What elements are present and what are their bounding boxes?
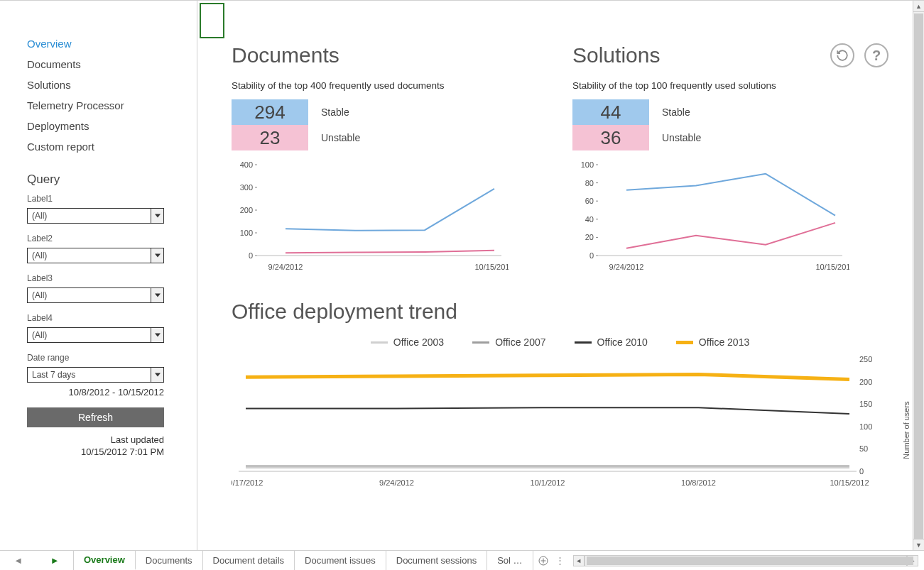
vertical-scrollbar[interactable]: ▲ ▼ <box>913 1 924 550</box>
sheet-nav: ◄ ► <box>0 551 74 570</box>
date-range-value: Last 7 days <box>32 370 75 380</box>
trend-legend: Office 2003 Office 2007 Office 2010 Offi… <box>232 336 888 348</box>
tab-overview[interactable]: Overview <box>74 550 136 570</box>
filter-value-2: (All) <box>32 251 47 261</box>
solutions-panel: Solutions Stability of the top 100 frequ… <box>572 43 878 274</box>
nav-telemetry-processor[interactable]: Telemetry Processor <box>27 95 197 116</box>
solutions-subtitle: Stability of the top 100 frequently used… <box>572 80 878 91</box>
query-title: Query <box>27 172 197 187</box>
chevron-down-icon <box>151 368 163 382</box>
filter-label-4: Label4 <box>27 313 197 323</box>
chevron-down-icon <box>151 288 163 302</box>
chevron-down-icon <box>151 209 163 223</box>
svg-text:0: 0 <box>589 251 594 260</box>
nav-documents[interactable]: Documents <box>27 54 197 75</box>
solutions-title: Solutions <box>572 43 878 67</box>
solutions-unstable-label: Unstable <box>662 132 701 143</box>
trend-panel: Office deployment trend Office 2003 Offi… <box>232 300 888 497</box>
main-area: ? Documents Stability of the top 400 fre… <box>197 1 924 550</box>
svg-marker-0 <box>155 214 161 218</box>
documents-stable-count: 294 <box>232 99 308 125</box>
query-panel: Query Label1 (All) Label2 (All) <box>0 157 197 459</box>
documents-unstable-count: 23 <box>232 125 308 150</box>
add-sheet-icon[interactable] <box>533 551 553 570</box>
svg-text:10/15/2012: 10/15/2012 <box>830 478 869 487</box>
svg-text:9/24/2012: 9/24/2012 <box>609 263 644 271</box>
tab-document-issues[interactable]: Document issues <box>295 551 386 570</box>
svg-text:100: 100 <box>859 422 872 431</box>
solutions-stable-label: Stable <box>662 106 690 118</box>
svg-text:10/15/2012: 10/15/2012 <box>815 263 849 271</box>
documents-stable-label: Stable <box>321 106 349 118</box>
scroll-left-icon[interactable]: ◄ <box>573 555 585 566</box>
scroll-up-icon[interactable]: ▲ <box>913 1 924 12</box>
documents-panel: Documents Stability of the top 400 frequ… <box>232 43 537 274</box>
svg-marker-1 <box>155 254 161 258</box>
filter-select-2[interactable]: (All) <box>27 248 164 263</box>
date-range-label: Date range <box>27 353 197 363</box>
documents-title: Documents <box>232 43 537 67</box>
solutions-stable-count: 44 <box>572 99 649 125</box>
svg-text:9/24/2012: 9/24/2012 <box>268 263 303 271</box>
svg-marker-2 <box>155 294 161 297</box>
tab-sol-more[interactable]: Sol … <box>487 551 533 570</box>
filter-value-3: (All) <box>32 290 47 300</box>
svg-text:0: 0 <box>859 467 864 476</box>
filter-select-1[interactable]: (All) <box>27 208 164 224</box>
svg-text:50: 50 <box>859 444 868 453</box>
legend-office-2007: Office 2007 <box>495 336 545 348</box>
legend-office-2003: Office 2003 <box>393 336 444 348</box>
svg-text:9/24/2012: 9/24/2012 <box>379 478 414 487</box>
svg-marker-4 <box>155 373 161 377</box>
legend-office-2010: Office 2010 <box>597 336 648 348</box>
trend-title: Office deployment trend <box>232 300 888 324</box>
sheet-prev-icon[interactable]: ◄ <box>9 555 27 566</box>
svg-text:100: 100 <box>240 229 253 237</box>
svg-text:400: 400 <box>240 160 253 169</box>
nav-deployments[interactable]: Deployments <box>27 116 197 136</box>
filter-select-4[interactable]: (All) <box>27 327 164 343</box>
last-updated-label: Last updated <box>27 434 164 446</box>
scroll-down-icon[interactable]: ▼ <box>913 539 924 550</box>
solutions-unstable-count: 36 <box>572 125 649 150</box>
svg-text:150: 150 <box>859 400 872 408</box>
svg-text:10/1/2012: 10/1/2012 <box>531 478 565 487</box>
svg-text:20: 20 <box>585 233 594 241</box>
chevron-down-icon <box>151 328 163 342</box>
active-cell[interactable] <box>200 3 224 38</box>
svg-text:80: 80 <box>585 179 594 187</box>
sheet-tab-bar: ◄ ► Overview Documents Document details … <box>0 550 924 570</box>
svg-text:100: 100 <box>581 160 594 169</box>
nav-custom-report[interactable]: Custom report <box>27 136 197 157</box>
sidebar: Overview Documents Solutions Telemetry P… <box>0 1 197 550</box>
tab-document-sessions[interactable]: Document sessions <box>386 551 487 570</box>
filter-select-3[interactable]: (All) <box>27 287 164 303</box>
nav-solutions[interactable]: Solutions <box>27 75 197 95</box>
documents-unstable-label: Unstable <box>321 132 360 143</box>
trend-y-label: Number of users <box>902 401 911 459</box>
refresh-button[interactable]: Refresh <box>27 407 164 427</box>
horizontal-scrollbar[interactable] <box>585 555 907 566</box>
tab-document-details[interactable]: Document details <box>203 551 295 570</box>
chevron-down-icon <box>151 248 163 263</box>
date-range-display: 10/8/2012 - 10/15/2012 <box>27 383 164 398</box>
filter-label-1: Label1 <box>27 194 197 204</box>
nav-overview[interactable]: Overview <box>27 33 197 54</box>
svg-text:40: 40 <box>585 215 594 224</box>
svg-text:10/8/2012: 10/8/2012 <box>681 478 716 487</box>
filter-value-1: (All) <box>32 211 47 221</box>
svg-text:9/17/2012: 9/17/2012 <box>232 478 263 487</box>
svg-text:200: 200 <box>240 206 253 214</box>
tab-documents[interactable]: Documents <box>136 551 203 570</box>
sheet-next-icon[interactable]: ► <box>46 555 64 566</box>
svg-text:0: 0 <box>249 251 253 260</box>
documents-subtitle: Stability of the top 400 frequently used… <box>232 80 537 91</box>
trend-chart: 0501001502002509/17/20129/24/201210/1/20… <box>232 355 885 497</box>
date-range-select[interactable]: Last 7 days <box>27 367 164 383</box>
svg-text:60: 60 <box>585 197 594 205</box>
solutions-chart: 0204060801009/24/201210/15/2012 <box>572 160 849 274</box>
svg-text:10/15/2012: 10/15/2012 <box>474 263 509 271</box>
filter-value-4: (All) <box>32 330 47 340</box>
last-updated-value: 10/15/2012 7:01 PM <box>27 446 164 459</box>
tab-options-icon[interactable]: ⋮ <box>553 551 567 570</box>
